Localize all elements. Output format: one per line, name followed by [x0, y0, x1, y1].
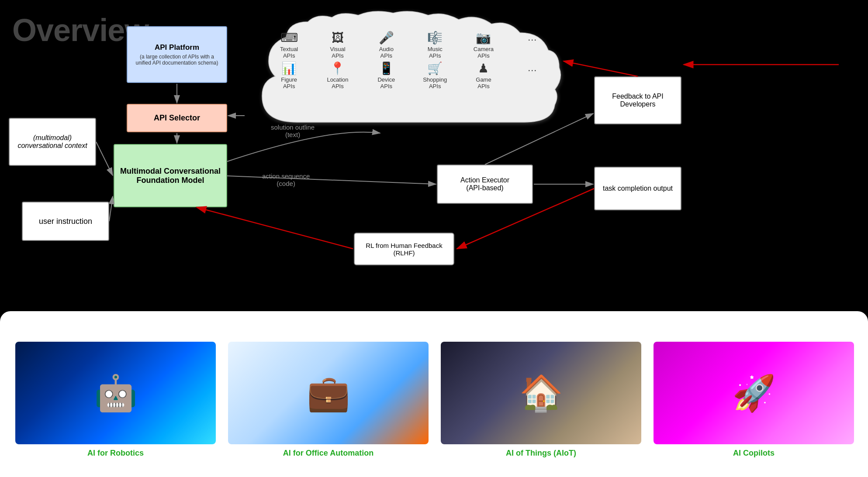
- api-figure: 📊 FigureAPIs: [266, 62, 311, 89]
- api-more-2: …: [510, 62, 555, 89]
- example-card-aiot: AI of Things (AIoT): [441, 342, 641, 468]
- examples-grid: AI for Robotics AI for Office Automation…: [15, 342, 854, 468]
- api-camera: 📷 CameraAPIs: [461, 32, 506, 59]
- example-image-copilot: [654, 342, 854, 444]
- context-box: (multimodal) conversational context: [9, 118, 96, 166]
- example-image-office: [228, 342, 429, 444]
- example-card-office: AI for Office Automation: [228, 342, 429, 468]
- user-instruction-box: user instruction: [22, 202, 109, 241]
- robotics-label: AI for Robotics: [87, 449, 144, 458]
- svg-line-8: [227, 176, 436, 184]
- example-image-aiot: [441, 342, 641, 444]
- api-game: ♟ GameAPIs: [461, 62, 506, 89]
- main-container: Overview ⌨ TextualAPIs 🖼 VisualAPIs 🎤 Au…: [0, 0, 868, 477]
- svg-line-4: [109, 196, 113, 221]
- feedback-box: Feedback to API Developers: [594, 76, 681, 124]
- api-platform-box: API Platform (a large collection of APIs…: [127, 26, 227, 83]
- action-sequence-label: action sequence (code): [262, 172, 310, 187]
- example-card-robotics: AI for Robotics: [15, 342, 216, 468]
- api-shopping: 🛒 ShoppingAPIs: [412, 62, 457, 89]
- foundation-model-box: Multimodal Conversational Foundation Mod…: [114, 144, 227, 207]
- svg-line-13: [564, 61, 638, 76]
- example-card-copilot: AI Copilots: [654, 342, 854, 468]
- robotics-image: [15, 342, 216, 444]
- examples-section: AI for Robotics AI for Office Automation…: [0, 311, 868, 477]
- aiot-image: [441, 342, 641, 444]
- action-executor-box: Action Executor (API-based): [437, 165, 533, 204]
- example-image-robotics: [15, 342, 216, 444]
- office-label: AI for Office Automation: [283, 449, 373, 458]
- svg-line-12: [197, 207, 353, 249]
- svg-line-3: [96, 142, 113, 175]
- api-selector-box: API Selector: [127, 104, 227, 132]
- task-completion-box: task completion output: [594, 167, 681, 210]
- api-textual: ⌨ TextualAPIs: [266, 32, 311, 59]
- api-device: 📱 DeviceAPIs: [364, 62, 409, 89]
- copilot-label: AI Copilots: [733, 449, 775, 458]
- rlhf-box: RL from Human Feedback (RLHF): [354, 233, 454, 265]
- api-music: 🎼 MusicAPIs: [412, 32, 457, 59]
- api-more-1: …: [510, 32, 555, 59]
- aiot-label: AI of Things (AIoT): [506, 449, 576, 458]
- copilot-image: [654, 342, 854, 444]
- cloud-api-grid: ⌨ TextualAPIs 🖼 VisualAPIs 🎤 AudioAPIs 🎼…: [258, 24, 564, 97]
- api-audio: 🎤 AudioAPIs: [364, 32, 409, 59]
- office-image: [228, 342, 429, 444]
- api-visual: 🖼 VisualAPIs: [315, 32, 360, 59]
- api-location: 📍 LocationAPIs: [315, 62, 360, 89]
